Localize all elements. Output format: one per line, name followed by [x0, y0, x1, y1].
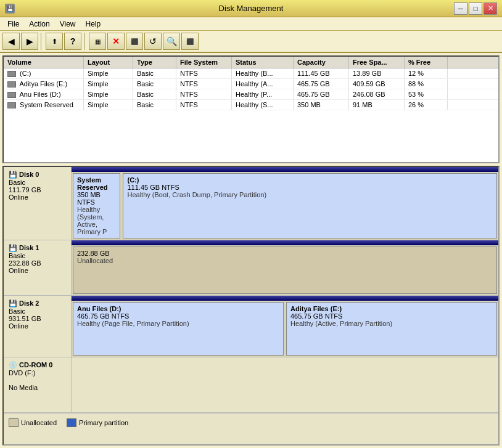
partition-status: Healthy (System, Active, Primary P	[77, 206, 116, 235]
partition-name: Anu Files (D:)	[77, 305, 279, 312]
cdrom0-size	[9, 377, 66, 384]
title-bar: 💾 Disk Management ─ □ ✕	[0, 0, 502, 17]
partition-name: System Reserved	[77, 176, 116, 191]
col-pct[interactable]: % Free	[405, 57, 448, 68]
disk0-status: Online	[9, 193, 66, 201]
disk2-name: 💾 Disk 2	[9, 299, 66, 307]
menu-file[interactable]: File	[2, 18, 24, 30]
disk2-partitions: Anu Files (D:) 465.75 GB NTFS Healthy (P…	[72, 296, 498, 357]
partition-status: Healthy (Page File, Primary Partition)	[77, 320, 279, 327]
maximize-button[interactable]: □	[469, 2, 482, 15]
menu-action[interactable]: Action	[24, 18, 54, 30]
cdrom0-label: 💿 CD-ROM 0 DVD (F:) No Media	[4, 357, 72, 412]
partition-size: 111.45 GB NTFS	[127, 184, 493, 191]
partition-size: 465.75 GB NTFS	[77, 312, 279, 320]
col-fs[interactable]: File System	[176, 57, 232, 68]
disk0-label: 💾 Disk 0 Basic 111.79 GB Online	[4, 167, 72, 240]
disk0-type: Basic	[9, 179, 66, 186]
disk-area: 💾 Disk 0 Basic 111.79 GB Online System R…	[2, 166, 500, 446]
up-button[interactable]: ⬆	[46, 33, 63, 50]
disk1-partitions: 232.88 GB Unallocated	[72, 240, 498, 295]
close-button[interactable]: ✕	[483, 2, 497, 15]
disk1-label: 💾 Disk 1 Basic 232.88 GB Online	[4, 240, 72, 295]
col-type[interactable]: Type	[133, 57, 176, 68]
table-row[interactable]: (C:) Simple Basic NTFS Healthy (B... 111…	[4, 68, 498, 79]
disk1-unallocated[interactable]: 232.88 GB Unallocated	[73, 246, 497, 294]
menu-view[interactable]: View	[55, 18, 81, 30]
legend-primary-box	[67, 418, 76, 427]
partition-name: (C:)	[127, 176, 493, 184]
col-status[interactable]: Status	[232, 57, 294, 68]
minimize-button[interactable]: ─	[454, 2, 467, 15]
back-button[interactable]: ◀	[2, 33, 20, 50]
disk1-type: Basic	[9, 252, 66, 259]
partition-status: Unallocated	[77, 257, 493, 264]
legend-unalloc-box	[9, 418, 19, 427]
partition-status: Healthy (Active, Primary Partition)	[290, 320, 493, 327]
disk1-row: 💾 Disk 1 Basic 232.88 GB Online 232.88 G…	[4, 240, 498, 296]
disk2-type: Basic	[9, 307, 66, 315]
legend-primary-label: Primary partition	[79, 419, 128, 426]
disk2-partition-e[interactable]: Aditya Files (E:) 465.75 GB NTFS Healthy…	[286, 302, 497, 356]
table-row[interactable]: Anu Files (D:) Simple Basic NTFS Healthy…	[4, 89, 498, 100]
refresh-button[interactable]: ↺	[144, 33, 162, 50]
menu-help[interactable]: Help	[81, 18, 106, 30]
legend-unalloc-label: Unallocated	[21, 419, 57, 426]
disk2-status: Online	[9, 322, 66, 330]
col-layout[interactable]: Layout	[84, 57, 133, 68]
disk0-partitions: System Reserved 350 MB NTFS Healthy (Sys…	[72, 167, 498, 240]
cdrom0-status: No Media	[9, 384, 66, 391]
disk2-size: 931.51 GB	[9, 315, 66, 322]
cdrom0-name: 💿 CD-ROM 0	[9, 361, 66, 369]
cdrom0-partitions	[72, 357, 498, 412]
col-capacity[interactable]: Capacity	[294, 57, 349, 68]
main-area: Volume Layout Type File System Status Ca…	[0, 53, 502, 448]
col-volume[interactable]: Volume	[4, 57, 84, 68]
table-row[interactable]: System Reserved Simple Basic NTFS Health…	[4, 100, 498, 110]
partition-size: 465.75 GB NTFS	[290, 312, 493, 320]
disk2-partition-d[interactable]: Anu Files (D:) 465.75 GB NTFS Healthy (P…	[73, 302, 284, 356]
col-free[interactable]: Free Spa...	[349, 57, 405, 68]
legend-primary: Primary partition	[67, 418, 128, 427]
toolbar: ◀ ▶ ⬆ ? ▦ ✕ ⬛ ↺ 🔍 ⬛	[0, 31, 502, 53]
disk2-row: 💾 Disk 2 Basic 931.51 GB Online Anu File…	[4, 296, 498, 357]
show-hide-button[interactable]: ▦	[89, 33, 106, 50]
disk2-label: 💾 Disk 2 Basic 931.51 GB Online	[4, 296, 72, 357]
cdrom0-type: DVD (F:)	[9, 369, 66, 377]
menu-bar: File Action View Help	[0, 17, 502, 31]
partition-size: 350 MB NTFS	[77, 191, 116, 206]
disk0-partition-sysreserved[interactable]: System Reserved 350 MB NTFS Healthy (Sys…	[73, 173, 120, 238]
disk0-partition-c[interactable]: (C:) 111.45 GB NTFS Healthy (Boot, Crash…	[123, 173, 497, 238]
volume-table: Volume Layout Type File System Status Ca…	[2, 55, 500, 163]
disk1-size: 232.88 GB	[9, 259, 66, 267]
search-button[interactable]: 🔍	[163, 33, 180, 50]
app-icon: 💾	[5, 4, 15, 14]
legend-unallocated: Unallocated	[9, 418, 57, 427]
properties-button[interactable]: ⬛	[126, 33, 143, 50]
disk1-status: Online	[9, 267, 66, 274]
table-row[interactable]: Aditya Files (E:) Simple Basic NTFS Heal…	[4, 79, 498, 89]
extra-button[interactable]: ⬛	[181, 33, 199, 50]
disk0-row: 💾 Disk 0 Basic 111.79 GB Online System R…	[4, 167, 498, 240]
cdrom0-row: 💿 CD-ROM 0 DVD (F:) No Media	[4, 357, 498, 413]
disk0-name: 💾 Disk 0	[9, 171, 66, 179]
help-button[interactable]: ?	[64, 33, 81, 50]
partition-status: Healthy (Boot, Crash Dump, Primary Parti…	[127, 191, 493, 198]
table-header: Volume Layout Type File System Status Ca…	[4, 57, 498, 68]
window-title: Disk Management	[219, 4, 284, 13]
disk1-name: 💾 Disk 1	[9, 244, 66, 252]
partition-name: Aditya Files (E:)	[290, 305, 493, 312]
partition-size: 232.88 GB	[77, 250, 493, 257]
forward-button[interactable]: ▶	[21, 33, 38, 50]
legend: Unallocated Primary partition	[4, 413, 498, 431]
delete-button[interactable]: ✕	[107, 33, 125, 50]
disk0-size: 111.79 GB	[9, 186, 66, 193]
table-body: (C:) Simple Basic NTFS Healthy (B... 111…	[4, 68, 498, 110]
